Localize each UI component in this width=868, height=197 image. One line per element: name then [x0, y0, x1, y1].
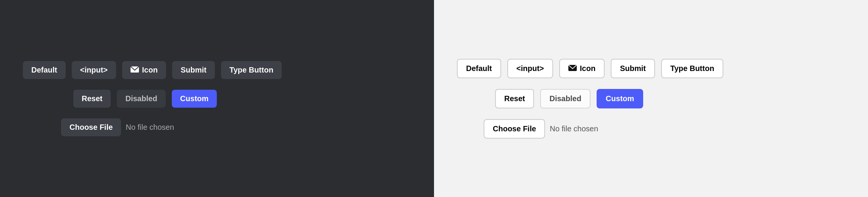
light-typebutton-button[interactable]: Type Button	[661, 59, 723, 78]
light-reset-button[interactable]: Reset	[495, 89, 534, 108]
dark-icon-button[interactable]: Icon	[122, 61, 166, 79]
dark-disabled-button: Disabled	[117, 90, 165, 108]
envelope-icon-light	[568, 64, 577, 73]
light-panel: Default <input> Icon Submit Type Button …	[434, 0, 868, 197]
light-disabled-button: Disabled	[540, 89, 590, 108]
light-default-button[interactable]: Default	[457, 59, 501, 78]
dark-row-2: Reset Disabled Custom	[23, 90, 217, 108]
dark-row-1: Default <input> Icon Submit Type Button	[23, 61, 282, 79]
light-row-2: Reset Disabled Custom	[457, 89, 643, 108]
dark-choose-file-button[interactable]: Choose File	[61, 118, 121, 136]
dark-no-file-label: No file chosen	[126, 123, 174, 132]
light-submit-button[interactable]: Submit	[611, 59, 655, 78]
dark-file-row: Choose File No file chosen	[23, 118, 174, 136]
dark-reset-button[interactable]: Reset	[73, 90, 111, 108]
light-icon-button-label: Icon	[580, 64, 595, 73]
dark-input-button[interactable]: <input>	[72, 61, 116, 79]
dark-icon-button-label: Icon	[142, 66, 158, 74]
dark-custom-button[interactable]: Custom	[172, 90, 217, 108]
light-file-row: Choose File No file chosen	[457, 119, 598, 139]
dark-panel: Default <input> Icon Submit Type Button …	[0, 0, 434, 197]
dark-submit-button[interactable]: Submit	[172, 61, 215, 79]
dark-default-button[interactable]: Default	[23, 61, 66, 79]
envelope-icon	[131, 66, 139, 74]
light-choose-file-button[interactable]: Choose File	[484, 119, 545, 139]
light-input-button[interactable]: <input>	[507, 59, 553, 78]
light-icon-button[interactable]: Icon	[559, 59, 605, 78]
dark-typebutton-button[interactable]: Type Button	[221, 61, 282, 79]
light-row-1: Default <input> Icon Submit Type Button	[457, 59, 723, 78]
light-no-file-label: No file chosen	[550, 124, 598, 133]
light-custom-button[interactable]: Custom	[597, 89, 643, 108]
